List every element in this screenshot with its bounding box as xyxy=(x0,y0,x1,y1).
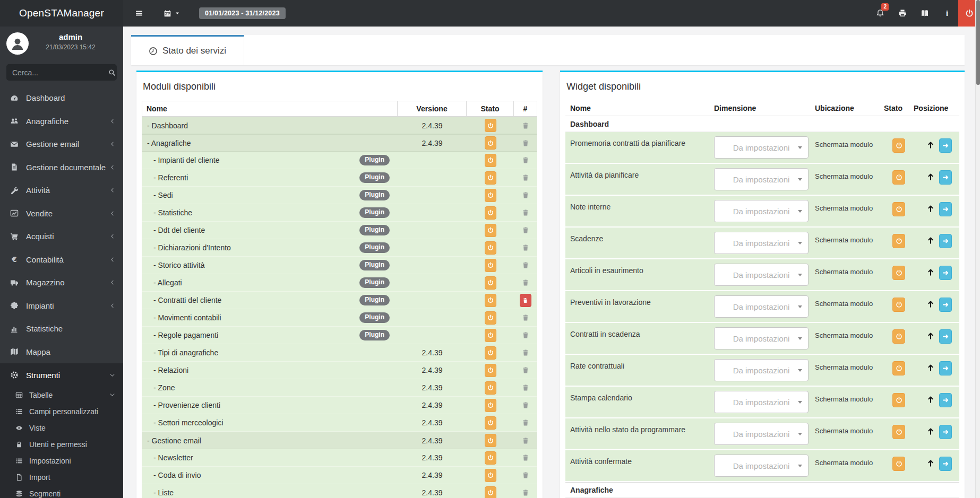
move-position-button[interactable] xyxy=(939,202,952,216)
toggle-widget-button[interactable] xyxy=(892,457,905,471)
sidebar-subitem-viste[interactable]: Viste xyxy=(0,420,123,436)
docs-button[interactable] xyxy=(914,0,936,27)
delete-module-button[interactable] xyxy=(522,366,529,374)
move-up-icon[interactable] xyxy=(926,268,935,276)
scrollbar-thumb[interactable] xyxy=(976,0,980,85)
move-up-icon[interactable] xyxy=(926,395,935,404)
toggle-module-button[interactable] xyxy=(485,311,496,325)
delete-module-button[interactable] xyxy=(522,349,529,356)
dimension-select[interactable]: Da impostazioni xyxy=(714,423,809,445)
sidebar-item-dashboard[interactable]: Dashboard xyxy=(0,86,123,110)
dimension-select[interactable]: Da impostazioni xyxy=(714,391,809,413)
date-range-picker[interactable] xyxy=(158,0,185,27)
toggle-widget-button[interactable] xyxy=(892,393,905,407)
dimension-select[interactable]: Da impostazioni xyxy=(714,264,809,286)
delete-module-button[interactable] xyxy=(522,191,529,199)
sidebar-item-acquisti[interactable]: Acquisti xyxy=(0,225,123,248)
delete-module-button[interactable] xyxy=(522,489,529,496)
move-up-icon[interactable] xyxy=(926,427,935,435)
sidebar-item-vendite[interactable]: Vendite xyxy=(0,202,123,225)
move-position-button[interactable] xyxy=(939,457,952,471)
move-position-button[interactable] xyxy=(939,393,952,407)
sidebar-item-impianti[interactable]: Impianti xyxy=(0,294,123,318)
toggle-module-button[interactable] xyxy=(485,381,496,395)
sidebar-item-strumenti[interactable]: Strumenti xyxy=(0,363,123,387)
move-position-button[interactable] xyxy=(939,329,952,344)
toggle-module-button[interactable] xyxy=(485,451,496,465)
search-icon[interactable] xyxy=(108,69,116,76)
dimension-select[interactable]: Da impostazioni xyxy=(714,200,809,222)
move-up-icon[interactable] xyxy=(926,459,935,467)
info-button[interactable]: i xyxy=(936,0,958,27)
move-position-button[interactable] xyxy=(939,170,952,185)
toggle-widget-button[interactable] xyxy=(892,170,905,185)
delete-module-button[interactable] xyxy=(522,471,529,479)
toggle-widget-button[interactable] xyxy=(892,361,905,375)
print-button[interactable] xyxy=(891,0,914,27)
delete-module-button[interactable] xyxy=(522,331,529,339)
dimension-select[interactable]: Da impostazioni xyxy=(714,455,809,477)
sidebar-item-statistiche[interactable]: Statistiche xyxy=(0,317,123,340)
dimension-select[interactable]: Da impostazioni xyxy=(714,295,809,318)
delete-module-button[interactable] xyxy=(522,314,529,321)
sidebar-subitem-segmenti[interactable]: Segmenti xyxy=(0,485,123,498)
toggle-widget-button[interactable] xyxy=(892,138,905,153)
tab-stato-dei-servizi[interactable]: Stato dei servizi xyxy=(131,35,244,65)
dimension-select[interactable]: Da impostazioni xyxy=(714,136,809,159)
toggle-module-button[interactable] xyxy=(485,276,496,290)
toggle-widget-button[interactable] xyxy=(892,234,905,248)
uninstall-module-button[interactable] xyxy=(520,294,531,307)
toggle-module-button[interactable] xyxy=(485,206,496,220)
move-position-button[interactable] xyxy=(939,298,952,312)
search-input[interactable] xyxy=(12,68,108,77)
delete-module-button[interactable] xyxy=(522,226,529,234)
toggle-module-button[interactable] xyxy=(485,486,496,498)
delete-module-button[interactable] xyxy=(522,209,529,216)
toggle-module-button[interactable] xyxy=(485,189,496,202)
sidebar-item-contabilit[interactable]: € Contabilità xyxy=(0,248,123,272)
delete-module-button[interactable] xyxy=(522,174,529,181)
move-up-icon[interactable] xyxy=(926,236,935,244)
toggle-module-button[interactable] xyxy=(485,346,496,360)
move-up-icon[interactable] xyxy=(926,172,935,181)
dimension-select[interactable]: Da impostazioni xyxy=(714,327,809,350)
move-up-icon[interactable] xyxy=(926,363,935,372)
move-up-icon[interactable] xyxy=(926,141,935,149)
toggle-module-button[interactable] xyxy=(485,259,496,272)
move-up-icon[interactable] xyxy=(926,300,935,308)
sidebar-item-anagrafiche[interactable]: Anagrafiche xyxy=(0,110,123,133)
move-position-button[interactable] xyxy=(939,361,952,375)
toggle-widget-button[interactable] xyxy=(892,425,905,439)
sidebar-subitem-impostazioni[interactable]: Impostazioni xyxy=(0,452,123,469)
toggle-module-button[interactable] xyxy=(485,434,496,447)
sidebar-item-gestione-documentale[interactable]: Gestione documentale xyxy=(0,156,123,179)
page-scrollbar[interactable] xyxy=(975,0,980,498)
toggle-module-button[interactable] xyxy=(485,416,496,430)
move-position-button[interactable] xyxy=(939,234,952,248)
move-up-icon[interactable] xyxy=(926,204,935,213)
delete-module-button[interactable] xyxy=(522,419,529,426)
toggle-module-button[interactable] xyxy=(485,154,496,167)
toggle-module-button[interactable] xyxy=(485,136,496,150)
dimension-select[interactable]: Da impostazioni xyxy=(714,359,809,381)
toggle-module-button[interactable] xyxy=(485,241,496,255)
sidebar-subitem-import[interactable]: Import xyxy=(0,469,123,485)
toggle-widget-button[interactable] xyxy=(892,266,905,280)
dimension-select[interactable]: Da impostazioni xyxy=(714,232,809,254)
sidebar-item-magazzino[interactable]: Magazzino xyxy=(0,271,123,294)
delete-module-button[interactable] xyxy=(522,261,529,269)
date-range-badge[interactable]: 01/01/2023 - 31/12/2023 xyxy=(199,7,286,19)
delete-module-button[interactable] xyxy=(522,384,529,391)
toggle-widget-button[interactable] xyxy=(892,329,905,344)
toggle-widget-button[interactable] xyxy=(892,298,905,312)
move-position-button[interactable] xyxy=(939,266,952,280)
app-logo[interactable]: OpenSTAManager xyxy=(0,0,123,27)
toggle-widget-button[interactable] xyxy=(892,202,905,216)
toggle-module-button[interactable] xyxy=(485,329,496,342)
notifications-button[interactable]: 2 xyxy=(869,0,891,27)
toggle-module-button[interactable] xyxy=(485,399,496,412)
move-up-icon[interactable] xyxy=(926,331,935,340)
delete-module-button[interactable] xyxy=(522,454,529,461)
sidebar-item-mappa[interactable]: Mappa xyxy=(0,340,123,364)
delete-module-button[interactable] xyxy=(522,279,529,286)
